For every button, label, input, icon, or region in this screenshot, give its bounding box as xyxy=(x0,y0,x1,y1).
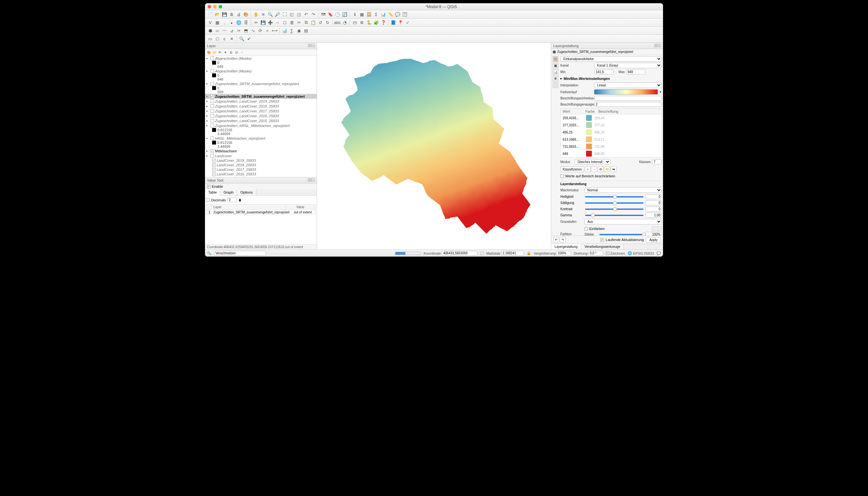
layer-tree-item[interactable]: ▸ Zugeschnitten_LandCover_2016_25833 xyxy=(205,113,317,118)
chevron-right-icon[interactable]: ▸ xyxy=(206,136,210,140)
bookmark-icon[interactable]: 🔖 xyxy=(327,11,334,17)
layer-tree-item[interactable]: ✓LandCover_2019_25833 xyxy=(205,158,317,163)
max-input[interactable] xyxy=(626,69,646,74)
zoom-layer-icon[interactable]: ◲ xyxy=(296,11,302,17)
colorize-color[interactable] xyxy=(652,227,662,231)
stop-swatch[interactable] xyxy=(586,143,592,150)
layer-visibility-checkbox[interactable]: ✓ xyxy=(211,94,214,98)
checker-icon[interactable]: ✓ xyxy=(404,19,411,26)
apply-button[interactable]: Apply xyxy=(646,237,661,243)
filter-legend-icon[interactable]: ▼ xyxy=(223,50,228,55)
layer-tree-item[interactable]: ▸ Abgeschnitten (Maske) xyxy=(205,56,317,61)
redo-style-icon[interactable]: ↷ xyxy=(560,237,565,243)
add-raster-icon[interactable]: ▦ xyxy=(214,19,220,26)
saturation-value[interactable]: 0 xyxy=(646,200,662,205)
undock-icon[interactable]: ◱ xyxy=(654,44,657,47)
symbology-tab-icon[interactable]: 🎨 xyxy=(553,56,558,62)
visibility-icon[interactable]: 👁 xyxy=(217,50,222,55)
tab-processing[interactable]: Verarbeitungswerkzeuge xyxy=(581,244,624,249)
redo-icon[interactable]: ↻ xyxy=(324,19,331,26)
colorize-checkbox[interactable] xyxy=(585,227,588,231)
mode-select[interactable]: Gleiches Intervall xyxy=(575,159,610,165)
annotation-icon[interactable]: 🅃 xyxy=(402,11,408,17)
gamma-slider[interactable] xyxy=(585,215,644,216)
save-icon[interactable]: 💾 xyxy=(221,11,228,17)
saturation-slider[interactable] xyxy=(585,202,644,204)
stop-label[interactable]: 613,17 xyxy=(594,138,605,141)
transparency-tab-icon[interactable]: ▦ xyxy=(553,63,558,68)
layer-tree-item[interactable]: ▸ ✓ Mittelsachsen xyxy=(205,149,317,153)
scale-input[interactable] xyxy=(501,251,524,255)
undo-style-icon[interactable]: ↶ xyxy=(553,237,559,243)
layer-tree-item[interactable]: ✓LandCover_2016_25833 xyxy=(205,172,317,176)
live-update-checkbox[interactable]: ✓ xyxy=(600,238,604,242)
magnifier-input[interactable] xyxy=(557,251,571,255)
layer-tree-item[interactable]: ▸ Zugeschnitten_LandCover_2019_25833 xyxy=(205,99,317,104)
contrast-value[interactable]: 0 xyxy=(646,206,662,212)
tab-options[interactable]: Options xyxy=(237,189,256,195)
style-manager-icon[interactable]: 🎨 xyxy=(243,11,249,17)
undock-icon[interactable]: ◱ xyxy=(308,178,311,182)
invert-ramp-icon[interactable]: ⇆ xyxy=(611,166,617,172)
layer-visibility-checkbox[interactable] xyxy=(211,104,214,108)
layer-visibility-checkbox[interactable] xyxy=(211,136,214,140)
layer-tree-item[interactable]: ▸ Zugeschnitten_HRSL_Mittelsachen_reproj… xyxy=(205,123,317,128)
open-icon[interactable]: 📂 xyxy=(214,11,220,17)
layer-tree-item[interactable]: ▸ ✓ Zugeschnitten_SRTM_zusammengeführt_r… xyxy=(205,94,317,99)
select-feature-icon[interactable]: ▭ xyxy=(207,35,214,42)
stop-label[interactable]: 849,00 xyxy=(594,152,605,156)
lock-icon[interactable]: 🔒 xyxy=(527,251,531,255)
stop-swatch[interactable] xyxy=(586,129,592,135)
styling-panel-icon[interactable]: 🎨 xyxy=(206,50,212,55)
chevron-right-icon[interactable]: ▸ xyxy=(206,69,210,73)
contrast-slider[interactable] xyxy=(585,208,644,210)
new-map-icon[interactable]: 🗺 xyxy=(320,11,326,17)
add-group-icon[interactable]: 📁 xyxy=(212,50,217,55)
move-feature-icon[interactable]: ↔ xyxy=(274,19,281,26)
add-feature-icon[interactable]: ➕ xyxy=(267,19,274,26)
remove-layer-icon[interactable]: − xyxy=(239,50,245,55)
color-stop-row[interactable]: 849 849,00 xyxy=(561,150,662,157)
contour-icon[interactable]: ◉ xyxy=(296,27,302,34)
field-calc-icon[interactable]: 🧮 xyxy=(366,11,372,17)
new-project-icon[interactable]: 📄 xyxy=(207,11,214,17)
layer-tree-item[interactable]: ▸ Zugeschnitten_SRTM_zusammengeführt_rep… xyxy=(205,81,317,86)
maptips-icon[interactable]: 💬 xyxy=(394,11,401,17)
min-input[interactable] xyxy=(594,69,614,74)
stop-value[interactable]: 377,3333... xyxy=(563,123,584,127)
color-stop-row[interactable]: 377,3333... 377,33 xyxy=(561,122,662,129)
stop-value[interactable]: 731,0833... xyxy=(563,145,584,149)
decimals-input[interactable] xyxy=(227,198,237,202)
color-stop-row[interactable]: 613,1666... 613,17 xyxy=(561,136,662,143)
layer-tree-item[interactable]: ▸ Zugeschnitten_LandCover_2018_25833 xyxy=(205,104,317,108)
check-geom-icon[interactable]: ✔ xyxy=(246,35,252,42)
help-icon[interactable]: ❓ xyxy=(380,19,387,26)
renderer-select[interactable]: Einkanalpseudofarbe xyxy=(560,56,662,62)
identify-icon[interactable]: ℹ xyxy=(352,11,358,17)
paste-icon[interactable]: 📋 xyxy=(310,19,316,26)
brightness-slider[interactable] xyxy=(585,196,644,198)
cut-icon[interactable]: ✂ xyxy=(296,19,302,26)
stop-value[interactable]: 613,1666... xyxy=(563,138,584,141)
layer-tree-item[interactable]: ▸ Landcover xyxy=(205,153,317,158)
trace-icon[interactable]: 〰 xyxy=(221,27,228,34)
chevron-right-icon[interactable]: ▸ xyxy=(206,119,210,123)
stop-label[interactable]: 731,08 xyxy=(594,145,605,149)
undock-icon[interactable]: ◱ xyxy=(308,44,311,47)
chevron-right-icon[interactable]: ▸ xyxy=(206,104,210,108)
layer-visibility-checkbox[interactable] xyxy=(211,57,214,60)
print-layout-icon[interactable]: 🖨 xyxy=(235,11,242,17)
stop-swatch[interactable] xyxy=(586,151,592,157)
chevron-down-icon[interactable]: ▼ xyxy=(659,91,662,94)
layer-tree-item[interactable]: ▸ Abgeschnitten (Maske) xyxy=(205,68,317,73)
crs-button[interactable]: 🌐EPSG:25833 xyxy=(627,251,654,255)
histogram-icon[interactable]: 📊 xyxy=(281,27,288,34)
copy-icon[interactable]: ⧉ xyxy=(303,19,309,26)
chevron-right-icon[interactable]: ▸ xyxy=(206,81,210,86)
cad-icon[interactable]: ⊿ xyxy=(228,27,235,34)
select-poly-icon[interactable]: ⬠ xyxy=(214,35,220,42)
zoom-last-icon[interactable]: ↶ xyxy=(303,11,309,17)
select-expr-icon[interactable]: ε xyxy=(221,35,228,42)
zoom-in-icon[interactable]: 🔍 xyxy=(267,11,274,17)
layer-visibility-checkbox[interactable] xyxy=(211,99,214,103)
